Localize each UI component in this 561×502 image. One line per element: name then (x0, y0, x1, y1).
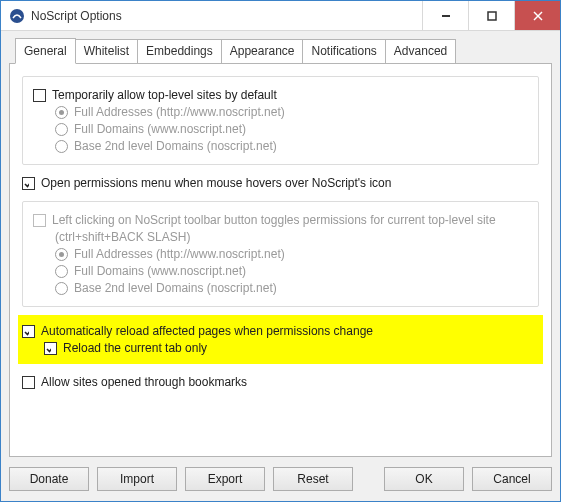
base-domains-row: Base 2nd level Domains (noscript.net) (55, 139, 528, 153)
general-panel: Temporarily allow top-level sites by def… (9, 63, 552, 457)
left-click-row: Left clicking on NoScript toolbar button… (33, 213, 528, 227)
tab-embeddings[interactable]: Embeddings (137, 39, 222, 64)
full-domains-row: Full Domains (www.noscript.net) (55, 122, 528, 136)
radio-icon (55, 140, 68, 153)
checkbox-icon (33, 214, 46, 227)
ok-button[interactable]: OK (384, 467, 464, 491)
shortcut-hint: (ctrl+shift+BACK SLASH) (55, 230, 528, 244)
export-button[interactable]: Export (185, 467, 265, 491)
reload-tab-label: Reload the current tab only (63, 341, 207, 355)
open-perm-row[interactable]: Open permissions menu when mouse hovers … (22, 176, 539, 190)
checkbox-icon (22, 376, 35, 389)
close-button[interactable] (514, 1, 560, 30)
base-domains-b-label: Base 2nd level Domains (noscript.net) (74, 281, 277, 295)
checkbox-icon (44, 342, 57, 355)
radio-icon (55, 248, 68, 261)
auto-reload-label: Automatically reload affected pages when… (41, 324, 373, 338)
tab-strip: General Whitelist Embeddings Appearance … (9, 39, 552, 64)
base-domains-label: Base 2nd level Domains (noscript.net) (74, 139, 277, 153)
options-window: NoScript Options General Whitelist Embed… (0, 0, 561, 502)
maximize-button[interactable] (468, 1, 514, 30)
svg-point-0 (10, 9, 24, 23)
checkbox-icon (22, 325, 35, 338)
radio-icon (55, 106, 68, 119)
base-domains-b-row: Base 2nd level Domains (noscript.net) (55, 281, 528, 295)
button-bar: Donate Import Export Reset OK Cancel (9, 457, 552, 491)
allow-bookmarks-label: Allow sites opened through bookmarks (41, 375, 247, 389)
titlebar-buttons (422, 1, 560, 30)
auto-reload-row[interactable]: Automatically reload affected pages when… (22, 324, 537, 338)
full-addresses-row: Full Addresses (http://www.noscript.net) (55, 105, 528, 119)
full-addresses-b-label: Full Addresses (http://www.noscript.net) (74, 247, 285, 261)
allow-bookmarks-row[interactable]: Allow sites opened through bookmarks (22, 375, 539, 389)
radio-icon (55, 123, 68, 136)
reload-tab-row[interactable]: Reload the current tab only (44, 341, 537, 355)
temp-allow-row[interactable]: Temporarily allow top-level sites by def… (33, 88, 528, 102)
full-domains-label: Full Domains (www.noscript.net) (74, 122, 246, 136)
full-domains-b-label: Full Domains (www.noscript.net) (74, 264, 246, 278)
temp-allow-group: Temporarily allow top-level sites by def… (22, 76, 539, 165)
spacer (361, 467, 376, 491)
tab-general[interactable]: General (15, 38, 76, 64)
client-area: General Whitelist Embeddings Appearance … (1, 31, 560, 501)
tab-notifications[interactable]: Notifications (302, 39, 385, 64)
full-addresses-label: Full Addresses (http://www.noscript.net) (74, 105, 285, 119)
full-domains-b-row: Full Domains (www.noscript.net) (55, 264, 528, 278)
minimize-button[interactable] (422, 1, 468, 30)
tab-advanced[interactable]: Advanced (385, 39, 456, 64)
tab-appearance[interactable]: Appearance (221, 39, 304, 64)
left-click-group: Left clicking on NoScript toolbar button… (22, 201, 539, 307)
tab-whitelist[interactable]: Whitelist (75, 39, 138, 64)
radio-icon (55, 265, 68, 278)
window-title: NoScript Options (31, 9, 422, 23)
titlebar: NoScript Options (1, 1, 560, 31)
noscript-icon (9, 8, 25, 24)
open-perm-label: Open permissions menu when mouse hovers … (41, 176, 391, 190)
full-addresses-b-row: Full Addresses (http://www.noscript.net) (55, 247, 528, 261)
radio-icon (55, 282, 68, 295)
import-button[interactable]: Import (97, 467, 177, 491)
temp-allow-label: Temporarily allow top-level sites by def… (52, 88, 277, 102)
reset-button[interactable]: Reset (273, 467, 353, 491)
checkbox-icon (33, 89, 46, 102)
left-click-label: Left clicking on NoScript toolbar button… (52, 213, 496, 227)
svg-rect-2 (488, 12, 496, 20)
highlighted-section: Automatically reload affected pages when… (18, 315, 543, 364)
checkbox-icon (22, 177, 35, 190)
donate-button[interactable]: Donate (9, 467, 89, 491)
cancel-button[interactable]: Cancel (472, 467, 552, 491)
